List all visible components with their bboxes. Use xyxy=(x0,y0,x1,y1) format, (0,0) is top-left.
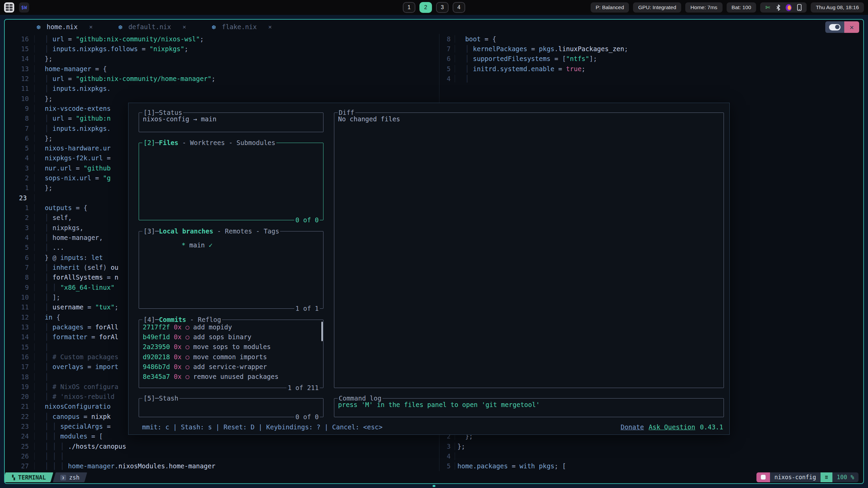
terminal-window: ❆home.nix✕❆default.nix✕❆flake.nix✕ ✕ 16 … xyxy=(4,19,864,484)
code-line: 14 }; xyxy=(5,54,439,64)
code-line: 25 │ │ │ ./hosts/canopus xyxy=(5,441,439,451)
ask-question-link[interactable]: Ask Question xyxy=(649,423,695,431)
lazygit-files-panel[interactable]: [2]─Files - Worktrees - Submodules 0 of … xyxy=(139,143,323,220)
editor-tab-flake.nix[interactable]: ❆flake.nix✕ xyxy=(200,20,283,34)
status-module[interactable]: Home: 7ms xyxy=(685,2,722,13)
line-number: 16 xyxy=(5,353,35,361)
workspace-button-4[interactable]: 4 xyxy=(453,2,465,13)
line-number: 9 xyxy=(5,284,35,291)
shell-badge[interactable]: ❯ zsh xyxy=(53,472,87,482)
lazygit-command-log-panel[interactable]: Command log press 'M' in the files panel… xyxy=(334,398,724,417)
keybindings-text: mmit: c | Stash: s | Reset: D | Keybindi… xyxy=(142,423,382,431)
branch-row[interactable]: * main ✓ xyxy=(139,231,323,308)
commit-row[interactable]: b49ef1d 0x ○ add sops binary xyxy=(143,332,319,342)
code-line: 6 │ supportedFilesystems = ["ntfs"]; xyxy=(439,54,863,64)
line-number: 13 xyxy=(5,65,35,73)
terminal-mode-badge[interactable]: ▚ TERMINAL xyxy=(5,472,53,482)
status-module[interactable]: GPU: Integrated xyxy=(633,2,681,13)
line-number: 16 xyxy=(5,35,35,43)
clock[interactable]: Thu Aug 08, 18:16 xyxy=(811,2,864,13)
donate-link[interactable]: Donate xyxy=(620,423,644,431)
code-line: 4 xyxy=(439,451,863,461)
media-icon xyxy=(786,4,792,11)
line-number: 15 xyxy=(5,343,35,351)
session-name[interactable]: nixos-config xyxy=(770,472,821,482)
top-status-bar: $W 1234 P: BalancedGPU: IntegratedHome: … xyxy=(0,0,868,15)
line-number: 4 xyxy=(5,234,35,241)
editor-area[interactable]: 16 │ url = "github:nix-community/nixos-w… xyxy=(5,34,863,471)
commits-count: 1 of 211 xyxy=(287,383,320,392)
tab-label: default.nix xyxy=(129,23,171,30)
vpn-icon: ✄ xyxy=(765,4,771,11)
editor-tab-default.nix[interactable]: ❆default.nix✕ xyxy=(107,20,198,34)
line-number: 22 xyxy=(5,413,35,420)
line-number: 5 xyxy=(439,65,455,73)
line-number: 11 xyxy=(5,85,35,92)
lazygit-stash-panel[interactable]: [5]─Stash 0 of 0 xyxy=(139,398,323,417)
lazygit-commits-panel[interactable]: [4]─Commits - Reflog 2717f2f 0x ○ add mo… xyxy=(139,320,323,388)
line-number: 4 xyxy=(439,452,455,460)
line-number: 8 xyxy=(439,35,455,43)
tab-close-icon[interactable]: ✕ xyxy=(183,23,186,30)
line-number: 27 xyxy=(5,462,35,470)
panel-title: [5]─Stash xyxy=(142,394,179,403)
tab-close-icon[interactable]: ✕ xyxy=(89,23,93,30)
line-number: 24 xyxy=(5,432,35,440)
line-number: 26 xyxy=(5,452,35,460)
commit-row[interactable]: d920218 0x ○ move common imports xyxy=(143,352,319,362)
line-number: 3 xyxy=(5,164,35,172)
lazygit-status-panel[interactable]: [1]─Status nixos-config → main xyxy=(139,113,323,132)
commit-row[interactable]: 2717f2f 0x ○ add mopidy xyxy=(143,322,319,332)
code-line: 7 │ kernelPackages = pkgs.linuxPackages_… xyxy=(439,44,863,54)
line-number: 10 xyxy=(5,293,35,301)
editor-tab-home.nix[interactable]: ❆home.nix✕ xyxy=(25,20,104,34)
window-status-bar: ▚ TERMINAL ❯ zsh nixos-config ≡ 100 % xyxy=(5,471,863,483)
lazygit-floating-window[interactable]: [1]─Status nixos-config → main [2]─Files… xyxy=(128,103,730,435)
line-number: 3 xyxy=(439,443,455,450)
terminal-mode-label: TERMINAL xyxy=(18,474,46,481)
line-number: 8 xyxy=(5,115,35,122)
close-button[interactable]: ✕ xyxy=(844,21,859,33)
line-number: 12 xyxy=(5,313,35,321)
phone-icon xyxy=(796,4,802,11)
diff-content: No changed files xyxy=(334,113,724,388)
commit-row[interactable]: 8e345a7 0x ○ remove unused packages xyxy=(143,372,319,382)
line-number: 12 xyxy=(5,75,35,82)
code-line: 26 │ │ │ xyxy=(5,451,439,461)
line-number: 18 xyxy=(5,373,35,381)
status-module[interactable]: P: Balanced xyxy=(591,2,629,13)
session-icon-badge[interactable] xyxy=(756,472,770,482)
commit-row[interactable]: 9486b7d 0x ○ add service-wrapper xyxy=(143,362,319,372)
tab-close-icon[interactable]: ✕ xyxy=(268,23,272,30)
line-number: 8 xyxy=(5,273,35,281)
line-number: 20 xyxy=(5,393,35,400)
code-line: 16 │ url = "github:nix-community/nixos-w… xyxy=(5,34,439,44)
lazygit-branches-panel[interactable]: [3]─Local branches - Remotes - Tags * ma… xyxy=(139,231,323,309)
workspace-button-2[interactable]: 2 xyxy=(419,2,432,13)
lazygit-diff-panel[interactable]: Diff No changed files xyxy=(334,113,724,388)
command-log-content: press 'M' in the files panel to open 'gi… xyxy=(334,399,724,417)
window-controls: ✕ xyxy=(825,21,859,33)
code-line: 11 │ inputs.nixpkgs. xyxy=(5,84,439,94)
commit-row[interactable]: 2a23950 0x ○ move sops to modules xyxy=(143,342,319,352)
session-icon xyxy=(761,475,766,480)
list-icon-badge[interactable]: ≡ xyxy=(821,472,832,482)
line-number: 9 xyxy=(5,105,35,112)
status-module[interactable]: Bat: 100 xyxy=(727,2,756,13)
line-number: 5 xyxy=(5,244,35,251)
code-line: 4 │ xyxy=(439,74,863,83)
toggle-button[interactable] xyxy=(825,21,844,33)
stash-count: 0 of 0 xyxy=(294,412,320,422)
editor-tab-bar: ❆home.nix✕❆default.nix✕❆flake.nix✕ xyxy=(5,20,863,34)
nix-snowflake-icon: ❆ xyxy=(118,23,122,30)
line-number: 1 xyxy=(5,204,35,211)
status-content: nixos-config → main xyxy=(139,113,323,132)
code-line: 12 │ url = "github:nix-community/home-ma… xyxy=(5,74,439,83)
files-count: 0 of 0 xyxy=(294,216,320,225)
line-number: 2 xyxy=(5,214,35,221)
nix-snowflake-icon: ❆ xyxy=(37,23,40,30)
workspace-button-1[interactable]: 1 xyxy=(403,2,415,13)
system-tray[interactable]: ✄ xyxy=(760,2,807,13)
workspace-button-3[interactable]: 3 xyxy=(436,2,449,13)
commits-scrollbar[interactable] xyxy=(321,322,323,341)
